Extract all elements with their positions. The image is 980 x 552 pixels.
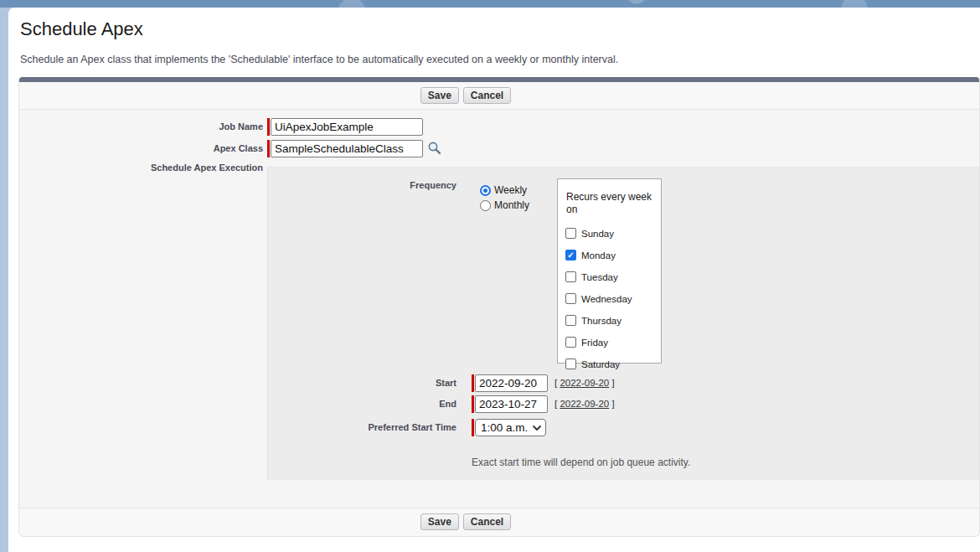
schedule-execution-section: Frequency Weekly Monthly — [267, 167, 979, 480]
job-name-input[interactable] — [271, 118, 423, 136]
apex-class-label: Apex Class — [19, 140, 263, 153]
top-button-row: Save Cancel — [19, 82, 979, 110]
required-indicator — [267, 118, 270, 136]
page-header: Schedule Apex Schedule an Apex class tha… — [8, 8, 980, 66]
required-indicator — [472, 374, 474, 392]
radio-monthly-label: Monthly — [494, 199, 529, 211]
frequency-radio-group: Weekly Monthly — [480, 178, 535, 214]
preferred-start-time-row: Preferred Start Time 1:00 a.m. — [268, 419, 979, 436]
start-date-today-link: [ 2022-09-20 ] — [554, 374, 615, 388]
end-today-date-link[interactable]: 2022-09-20 — [560, 399, 609, 409]
checkbox-friday[interactable]: Friday — [565, 337, 654, 348]
queue-activity-note: Exact start time will depend on job queu… — [472, 457, 690, 468]
checkbox-tuesday[interactable]: Tuesday — [565, 271, 654, 282]
apex-class-input[interactable] — [271, 140, 423, 157]
schedule-apex-form: Save Cancel Job Name Apex Class — [18, 77, 980, 537]
required-indicator — [472, 395, 474, 413]
checkbox-sunday[interactable]: Sunday — [565, 228, 654, 239]
checkbox-thursday-control[interactable] — [565, 315, 576, 326]
radio-weekly[interactable]: Weekly — [480, 184, 535, 196]
required-indicator — [472, 419, 474, 436]
checkbox-wednesday-control[interactable] — [565, 293, 576, 304]
job-name-label: Job Name — [19, 118, 263, 132]
weekly-recurrence-header: Recurs every week on — [566, 191, 654, 216]
checkbox-sunday-control[interactable] — [565, 228, 576, 239]
cancel-button[interactable]: Cancel — [463, 87, 511, 104]
queue-note-row: Exact start time will depend on job queu… — [268, 457, 979, 468]
chevron-down-icon — [533, 426, 541, 431]
weekly-recurrence-panel: Recurs every week on Sunday Monday — [557, 178, 662, 364]
save-button-bottom[interactable]: Save — [420, 513, 459, 530]
apex-class-row: Apex Class — [19, 140, 979, 157]
checkbox-friday-label: Friday — [581, 338, 608, 348]
checkbox-tuesday-label: Tuesday — [581, 272, 618, 282]
page-description: Schedule an Apex class that implements t… — [20, 54, 963, 66]
checkbox-thursday-label: Thursday — [581, 316, 622, 326]
start-date-input[interactable] — [475, 374, 548, 392]
radio-weekly-control[interactable] — [480, 185, 491, 196]
checkbox-wednesday[interactable]: Wednesday — [565, 293, 654, 304]
checkbox-monday-control[interactable] — [565, 250, 576, 261]
preferred-start-time-select[interactable]: 1:00 a.m. — [475, 419, 546, 436]
form-body: Job Name Apex Class — [19, 110, 979, 508]
start-today-date-link[interactable]: 2022-09-20 — [560, 378, 609, 388]
radio-monthly[interactable]: Monthly — [480, 199, 535, 211]
top-header-band — [0, 0, 980, 8]
preferred-start-time-value: 1:00 a.m. — [481, 421, 528, 434]
bottom-button-row: Save Cancel — [19, 508, 979, 536]
end-date-today-link: [ 2022-09-20 ] — [554, 395, 615, 409]
content-panel: Schedule Apex Schedule an Apex class tha… — [8, 8, 980, 552]
start-date-row: Start [ 2022-09-20 ] — [268, 374, 979, 392]
checkbox-saturday[interactable]: Saturday — [565, 359, 654, 369]
radio-weekly-label: Weekly — [494, 184, 527, 196]
frequency-label: Frequency — [268, 178, 456, 190]
end-date-row: End [ 2022-09-20 ] — [268, 395, 979, 413]
schedule-execution-row: Schedule Apex Execution Frequency Weekly — [19, 163, 979, 480]
checkbox-saturday-label: Saturday — [581, 359, 620, 369]
checkbox-friday-control[interactable] — [565, 337, 576, 348]
end-date-input[interactable] — [475, 395, 548, 413]
checkbox-saturday-control[interactable] — [565, 359, 576, 369]
end-link-suffix: ] — [609, 399, 614, 409]
frequency-row: Frequency Weekly Monthly — [268, 178, 979, 364]
radio-monthly-control[interactable] — [480, 200, 491, 211]
schedule-execution-label: Schedule Apex Execution — [19, 163, 263, 173]
cancel-button-bottom[interactable]: Cancel — [463, 513, 511, 530]
required-indicator — [267, 140, 270, 157]
lookup-icon[interactable] — [427, 141, 442, 156]
start-link-suffix: ] — [609, 378, 614, 388]
end-label: End — [268, 395, 456, 409]
checkbox-tuesday-control[interactable] — [565, 271, 576, 282]
checkbox-wednesday-label: Wednesday — [581, 294, 632, 304]
job-name-row: Job Name — [19, 118, 979, 136]
page-title: Schedule Apex — [20, 18, 963, 40]
start-label: Start — [268, 374, 456, 388]
preferred-start-time-label: Preferred Start Time — [268, 419, 456, 432]
checkbox-sunday-label: Sunday — [581, 229, 614, 239]
checkbox-thursday[interactable]: Thursday — [565, 315, 654, 326]
save-button[interactable]: Save — [420, 87, 459, 104]
checkbox-monday[interactable]: Monday — [565, 250, 654, 261]
checkbox-monday-label: Monday — [581, 250, 616, 261]
